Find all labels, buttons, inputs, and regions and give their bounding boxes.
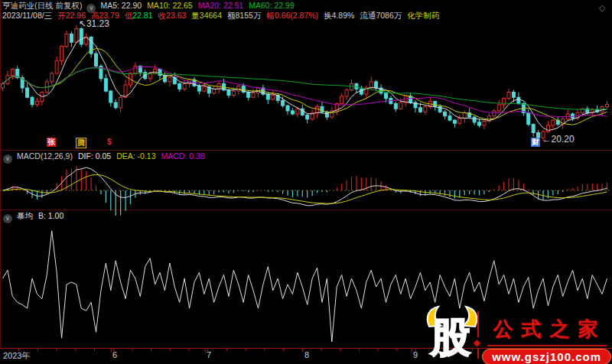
axis-month-label[interactable]: 7 [207, 350, 211, 359]
token: 化学制药 [407, 11, 439, 20]
collapse-b-icon[interactable]: ∨ [3, 214, 12, 223]
ma-values: MA5: 22.90MA10: 22.65MA20: 22.51MA60: 22… [100, 1, 299, 10]
b-values: 暴均B: 1.00 [17, 211, 69, 220]
low-price-label: ←20.20 [542, 134, 575, 145]
logo-site-name: 公式之家 [487, 316, 607, 346]
token: B: 1.00 [38, 211, 63, 220]
stock-title: 亨迪药业(日线 前复权) [2, 1, 82, 10]
logo-site-url[interactable]: www.gszj100.com [482, 349, 611, 364]
token: 暴均 [17, 211, 33, 220]
corner-diamond-icon[interactable]: ◇ [599, 3, 605, 13]
token: 2023/11/08/三 [2, 11, 52, 20]
logo-gu-character: 股 [431, 311, 470, 364]
macd-values: MACD(12,26,9)DIF: 0.05DEA: -0.13MACD: 0.… [17, 151, 210, 161]
event-marker[interactable]: 财 [531, 138, 540, 147]
macd-header: ∨MACD(12,26,9)DIF: 0.05DEA: -0.13MACD: 0… [3, 151, 210, 164]
logo-diamond-icon: ◆ [474, 337, 480, 348]
event-marker[interactable]: 腾 [76, 138, 86, 148]
axis-month-label[interactable]: 8 [304, 350, 309, 359]
token: 流通7086万 [360, 11, 402, 20]
token: MACD(12,26,9) [17, 151, 73, 161]
token: 22.81 [132, 11, 152, 20]
event-marker[interactable]: 张 [47, 138, 56, 147]
token: MACD: 0.38 [161, 151, 205, 161]
axis-month-label[interactable]: 9 [413, 350, 418, 359]
token: 额8155万 [227, 11, 261, 20]
token: MA5: 22.90 [100, 1, 142, 10]
b-panel-header: ∨暴均B: 1.00 [3, 211, 69, 223]
logo-bull-mark: 股 [422, 305, 476, 363]
token: MA60: 22.99 [249, 1, 295, 10]
token: DEA: -0.13 [116, 151, 155, 161]
axis-year-label[interactable]: 2023年 [3, 350, 30, 362]
collapse-macd-icon[interactable]: ∨ [3, 154, 12, 164]
token: 幅0.66(2.87%) [266, 11, 318, 20]
token: DIF: 0.05 [78, 151, 111, 161]
axis-month-label[interactable]: 6 [112, 350, 117, 359]
token: 低 [125, 11, 133, 20]
gszj-logo: 股 ◆ 公式之家 www.gszj100.com [422, 305, 611, 363]
token: 收23.63 [158, 11, 187, 20]
logo-divider: ◆ [477, 311, 480, 359]
token: 量34664 [191, 11, 222, 20]
token: MA20: 22.51 [198, 1, 244, 10]
event-marker[interactable]: $ [106, 138, 112, 147]
tdx-chart-window: 亨迪药业(日线 前复权)∨MA5: 22.90MA10: 22.65MA20: … [0, 0, 612, 364]
token: MA10: 22.65 [147, 1, 193, 10]
token: 换4.89% [324, 11, 354, 20]
high-price-label: ↖31.23 [79, 18, 109, 29]
quote-info-bar: 2023/11/08/三开22.96高23.79低22.81收23.63量346… [2, 11, 444, 20]
